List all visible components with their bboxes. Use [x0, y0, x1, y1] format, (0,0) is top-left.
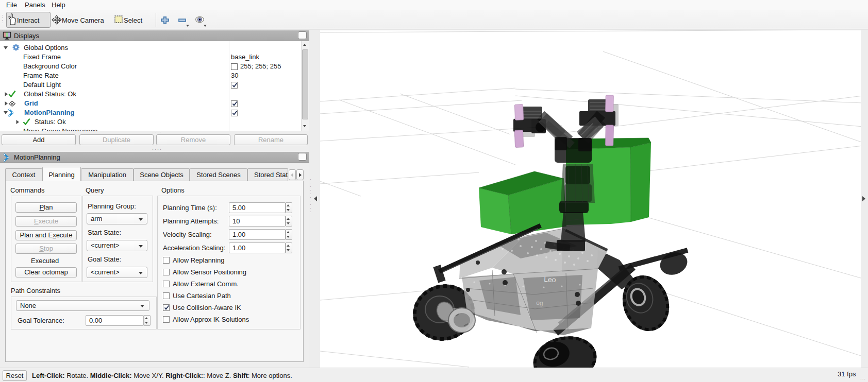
- svg-text:Leo: Leo: [544, 275, 556, 284]
- svg-text:og: og: [536, 299, 543, 307]
